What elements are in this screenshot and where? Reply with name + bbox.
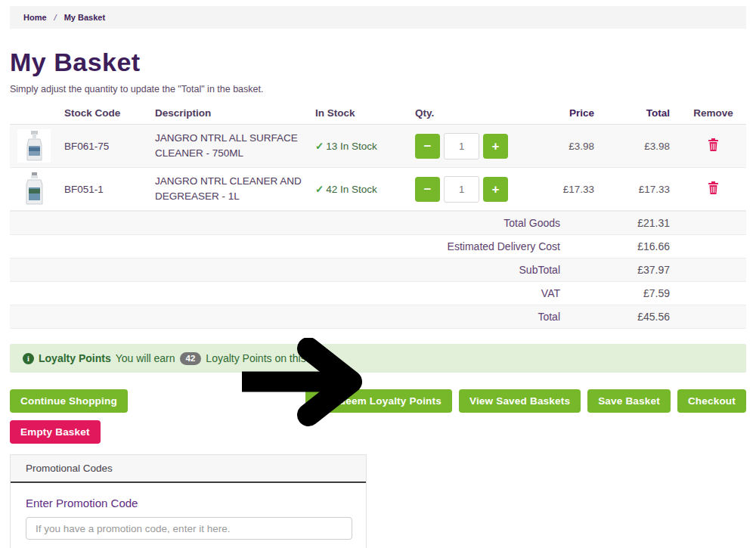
view-saved-baskets-button[interactable]: View Saved Baskets bbox=[459, 389, 581, 413]
qty-increase-button[interactable]: + bbox=[483, 134, 508, 159]
bottle-image bbox=[23, 172, 45, 206]
summary-value: £45.56 bbox=[560, 311, 680, 323]
summary-row: Total £45.56 bbox=[10, 305, 746, 329]
header-remove: Remove bbox=[680, 107, 746, 119]
loyalty-points-banner: i Loyalty Points You will earn 42 Loyalt… bbox=[10, 344, 746, 373]
summary-value: £7.59 bbox=[560, 287, 680, 299]
breadcrumb-home[interactable]: Home bbox=[23, 13, 47, 22]
in-stock-status: ✓13 In Stock bbox=[312, 140, 412, 152]
price-value: £3.98 bbox=[533, 141, 605, 152]
loyalty-points-badge: 42 bbox=[180, 352, 202, 365]
trash-icon bbox=[708, 138, 719, 151]
summary-row: Estimated Delivery Cost £16.66 bbox=[10, 235, 746, 259]
summary-label: Total bbox=[10, 311, 560, 323]
price-value: £17.33 bbox=[533, 184, 605, 195]
qty-input[interactable] bbox=[444, 133, 479, 159]
basket-table-header: Stock Code Description In Stock Qty. Pri… bbox=[10, 102, 746, 125]
redeem-label: Redeem Loyalty Points bbox=[326, 395, 442, 407]
qty-decrease-button[interactable]: − bbox=[415, 134, 440, 159]
remove-item-button[interactable] bbox=[708, 181, 719, 197]
loyalty-text-after: Loyalty Points on this order. bbox=[206, 352, 336, 364]
table-row: BF051-1 JANGRO NTRL CLEANER AND DEGREASE… bbox=[10, 168, 746, 211]
summary-value: £21.31 bbox=[560, 217, 680, 229]
check-icon: ✓ bbox=[315, 141, 324, 152]
qty-controls: − + bbox=[412, 176, 533, 203]
pound-icon: £ bbox=[316, 395, 322, 407]
product-description[interactable]: JANGRO NTRL ALL SURFACE CLEANER - 750ML bbox=[152, 131, 303, 160]
header-total: Total bbox=[605, 107, 680, 119]
summary-label: Estimated Delivery Cost bbox=[10, 240, 560, 252]
product-description[interactable]: JANGRO NTRL CLEANER AND DEGREASER - 1L bbox=[152, 174, 303, 203]
info-icon: i bbox=[23, 353, 34, 364]
stock-code[interactable]: BF061-75 bbox=[61, 141, 152, 152]
header-qty: Qty. bbox=[412, 107, 533, 119]
total-value: £17.33 bbox=[605, 184, 680, 195]
my-basket-page: Home / My Basket My Basket Simply adjust… bbox=[0, 0, 756, 548]
qty-input[interactable] bbox=[444, 176, 479, 203]
checkout-button[interactable]: Checkout bbox=[677, 389, 746, 413]
summary-row: SubTotal £37.97 bbox=[10, 259, 746, 282]
in-stock-status: ✓42 In Stock bbox=[312, 183, 412, 195]
promo-code-input[interactable] bbox=[26, 517, 352, 540]
header-price: Price bbox=[533, 107, 605, 119]
product-image[interactable] bbox=[17, 129, 51, 163]
total-value: £3.98 bbox=[605, 141, 680, 152]
promotional-codes-panel: Promotional Codes Enter Promotion Code A… bbox=[10, 454, 367, 548]
save-basket-button[interactable]: Save Basket bbox=[587, 389, 671, 413]
page-title: My Basket bbox=[10, 48, 746, 77]
summary-label: SubTotal bbox=[10, 264, 560, 276]
breadcrumb-current: My Basket bbox=[64, 13, 105, 22]
table-row: BF061-75 JANGRO NTRL ALL SURFACE CLEANER… bbox=[10, 125, 746, 168]
loyalty-text-before: You will earn bbox=[116, 352, 175, 364]
basket-table: Stock Code Description In Stock Qty. Pri… bbox=[10, 102, 746, 548]
header-stock-code: Stock Code bbox=[61, 107, 152, 119]
breadcrumb-separator: / bbox=[54, 13, 57, 22]
promo-panel-header: Promotional Codes bbox=[11, 455, 366, 483]
summary-label: Total Goods bbox=[10, 217, 560, 229]
header-description: Description bbox=[152, 107, 312, 119]
breadcrumb: Home / My Basket bbox=[10, 6, 746, 29]
continue-shopping-button[interactable]: Continue Shopping bbox=[10, 389, 128, 413]
product-image[interactable] bbox=[17, 172, 51, 206]
spray-bottle-image bbox=[21, 130, 47, 162]
qty-increase-button[interactable]: + bbox=[483, 177, 508, 202]
qty-decrease-button[interactable]: − bbox=[415, 177, 440, 202]
summary-value: £37.97 bbox=[560, 264, 680, 276]
basket-summary: Total Goods £21.31 Estimated Delivery Co… bbox=[10, 211, 746, 329]
trash-icon bbox=[708, 181, 719, 194]
redeem-loyalty-points-button[interactable]: £Redeem Loyalty Points bbox=[305, 389, 451, 413]
qty-controls: − + bbox=[412, 133, 533, 159]
empty-basket-button[interactable]: Empty Basket bbox=[10, 420, 101, 444]
loyalty-title: Loyalty Points bbox=[39, 352, 111, 364]
promo-panel-body: Enter Promotion Code Apply Code bbox=[11, 483, 366, 548]
remove-item-button[interactable] bbox=[708, 138, 719, 153]
summary-row: Total Goods £21.31 bbox=[10, 212, 746, 235]
in-stock-text: 13 In Stock bbox=[326, 141, 377, 152]
summary-value: £16.66 bbox=[560, 240, 680, 252]
summary-row: VAT £7.59 bbox=[10, 282, 746, 305]
summary-label: VAT bbox=[10, 287, 560, 299]
page-subtitle: Simply adjust the quantity to update the… bbox=[10, 84, 746, 94]
check-icon: ✓ bbox=[315, 184, 324, 195]
basket-actions: Continue Shopping £Redeem Loyalty Points… bbox=[10, 389, 746, 413]
promo-code-label: Enter Promotion Code bbox=[26, 497, 351, 509]
in-stock-text: 42 In Stock bbox=[326, 184, 377, 195]
header-in-stock: In Stock bbox=[312, 107, 412, 119]
stock-code[interactable]: BF051-1 bbox=[61, 184, 152, 195]
basket-actions-right: £Redeem Loyalty Points View Saved Basket… bbox=[305, 389, 746, 413]
